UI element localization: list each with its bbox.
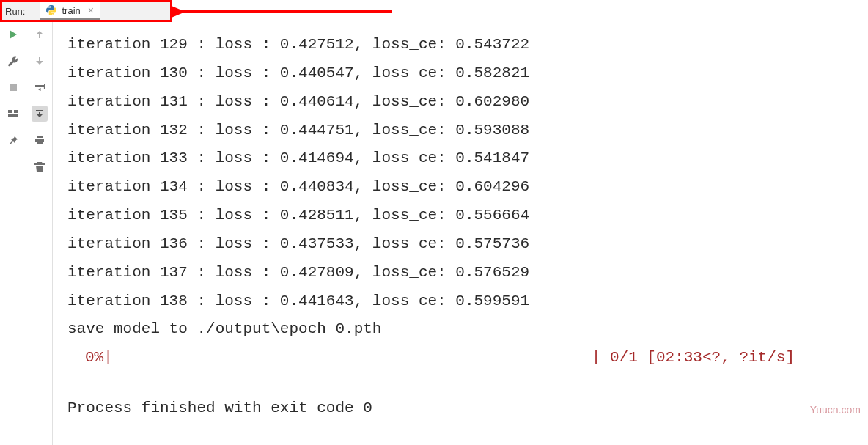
exit-code-line: Process finished with exit code 0 [67, 394, 868, 423]
run-button[interactable] [5, 26, 21, 43]
svg-rect-5 [14, 110, 18, 113]
log-line: iteration 135 : loss : 0.428511, loss_ce… [67, 202, 868, 230]
stop-button[interactable] [5, 79, 21, 95]
python-icon [45, 4, 57, 16]
log-line: iteration 138 : loss : 0.441643, loss_ce… [67, 287, 868, 316]
toolbar-left [0, 22, 26, 445]
toolbar-secondary [26, 22, 53, 445]
progress-bar-line: 0%| | 0/1 [02:33<?, ?it/s] [67, 344, 868, 372]
run-label: Run: [2, 6, 31, 17]
log-line: iteration 132 : loss : 0.444751, loss_ce… [67, 117, 868, 145]
main-area: iteration 129 : loss : 0.427512, loss_ce… [0, 22, 868, 445]
log-line: iteration 136 : loss : 0.437533, loss_ce… [67, 230, 868, 259]
trash-icon[interactable] [32, 158, 48, 174]
pin-icon[interactable] [5, 132, 21, 148]
annotation-arrow [172, 6, 400, 21]
log-line: iteration 129 : loss : 0.427512, loss_ce… [67, 31, 868, 59]
soft-wrap-icon[interactable] [32, 79, 48, 95]
log-line: iteration 131 : loss : 0.440614, loss_ce… [67, 88, 868, 117]
tab-label: train [62, 5, 80, 16]
svg-rect-6 [8, 114, 18, 117]
layout-icon[interactable] [5, 106, 21, 122]
progress-stats: | 0/1 [02:33<?, ?it/s] [592, 344, 868, 372]
console-output[interactable]: iteration 129 : loss : 0.427512, loss_ce… [53, 22, 868, 445]
log-line: iteration 133 : loss : 0.414694, loss_ce… [67, 144, 868, 173]
run-config-tab[interactable]: train × [40, 2, 99, 20]
wrench-icon[interactable] [5, 53, 21, 69]
run-tab-header: Run: train × [0, 0, 172, 22]
arrow-up-icon[interactable] [32, 26, 48, 43]
log-line: iteration 137 : loss : 0.427809, loss_ce… [67, 259, 868, 287]
arrow-down-icon[interactable] [32, 53, 48, 69]
print-icon[interactable] [32, 132, 48, 148]
log-line: iteration 134 : loss : 0.440834, loss_ce… [67, 173, 868, 202]
svg-rect-4 [8, 110, 12, 113]
watermark: Yuucn.com [810, 404, 861, 416]
log-line: iteration 130 : loss : 0.440547, loss_ce… [67, 59, 868, 88]
log-line: save model to ./output\epoch_0.pth [67, 315, 868, 344]
close-icon[interactable]: × [88, 4, 94, 16]
svg-rect-3 [10, 84, 17, 91]
svg-marker-2 [10, 30, 17, 39]
scroll-to-end-icon[interactable] [32, 106, 48, 122]
progress-percent: 0%| [67, 344, 113, 372]
